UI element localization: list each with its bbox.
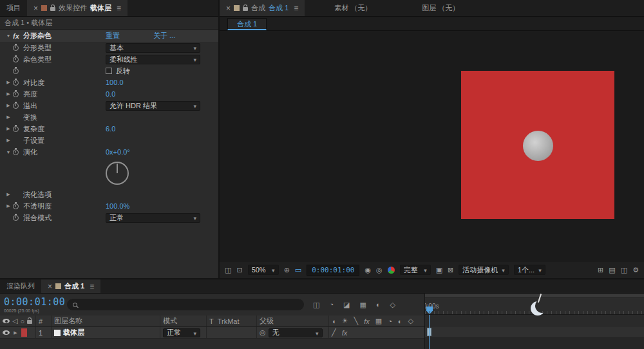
stopwatch-icon[interactable] <box>13 91 19 97</box>
layer-name[interactable]: 载体层 <box>63 328 84 337</box>
twirl-closed-icon[interactable]: ▶ <box>4 91 13 97</box>
fx-icon[interactable]: fx <box>13 32 23 40</box>
fx-switch-icon[interactable]: fx <box>342 329 348 337</box>
twirl-closed-icon[interactable]: ▶ <box>4 138 13 143</box>
twirl-open-icon[interactable]: ▼ <box>4 150 13 155</box>
tab-render-queue[interactable]: 渲染队列 <box>0 279 41 293</box>
twirl-closed-icon[interactable]: ▶ <box>4 192 13 197</box>
motion-blur-icon[interactable]: ◔ <box>388 317 392 325</box>
resolution-dropdown[interactable]: 完整 <box>400 265 431 275</box>
graph-editor-icon[interactable]: ◇ <box>390 301 395 309</box>
lock-icon[interactable] <box>243 7 248 11</box>
frame-blend-icon[interactable]: ▦ <box>359 301 366 309</box>
tab-layer-viewer[interactable]: 图层 （无） <box>415 0 466 16</box>
current-time-display[interactable]: 0:00:01:00 <box>4 296 61 308</box>
brightness-value[interactable]: 0.0 <box>106 90 115 98</box>
adjustment-layer-icon[interactable]: ◐ <box>398 317 402 325</box>
evolution-value[interactable]: 0x+0.0° <box>106 148 130 156</box>
twirl-closed-icon[interactable]: ▶ <box>4 103 13 108</box>
collapse-icon[interactable]: ☀ <box>342 317 348 325</box>
composition-mini-flowchart-icon[interactable]: ◫ <box>313 301 319 309</box>
fractal-type-dropdown[interactable]: 基本 <box>106 43 200 53</box>
reset-link[interactable]: 重置 <box>106 31 120 41</box>
tab-project[interactable]: 项目 <box>0 0 27 16</box>
stopwatch-icon[interactable] <box>13 203 19 209</box>
group-row-transform[interactable]: ▶ 变换 <box>0 111 218 123</box>
lock-icon[interactable] <box>50 7 55 11</box>
layer-number-header[interactable]: # <box>36 316 52 326</box>
group-row-evolution-options[interactable]: ▶ 演化选项 <box>0 189 218 200</box>
viewer-timecode[interactable]: 0:00:01:00 <box>307 265 359 276</box>
stopwatch-icon[interactable] <box>13 126 19 132</box>
stopwatch-icon[interactable] <box>13 80 19 86</box>
mode-dropdown[interactable]: 正常 <box>163 328 200 337</box>
opacity-value[interactable]: 100.0% <box>106 202 129 210</box>
frame-blend-icon[interactable]: ▦ <box>375 317 382 325</box>
parent-dropdown[interactable]: 无 <box>269 328 323 337</box>
twirl-closed-icon[interactable]: ▶ <box>4 203 13 209</box>
solo-icon[interactable]: ○ <box>20 317 24 325</box>
lock-icon[interactable] <box>27 320 32 324</box>
current-time-block[interactable]: 0:00:01:00 00025 (25.00 fps) <box>4 296 61 313</box>
ruler-icon[interactable]: ▤ <box>609 266 615 274</box>
zoom-dropdown[interactable]: 50% <box>248 265 279 275</box>
blend-mode-dropdown[interactable]: 正常 <box>106 213 200 223</box>
magnifier-icon[interactable]: ⊕ <box>284 266 290 274</box>
camera-dropdown[interactable]: 活动摄像机 <box>459 265 509 275</box>
parent-header[interactable]: 父级 <box>257 316 329 326</box>
group-row-sub-settings[interactable]: ▶ 子设置 <box>0 135 218 146</box>
playhead-line[interactable] <box>429 315 430 349</box>
contrast-value[interactable]: 100.0 <box>106 79 124 86</box>
layer-row[interactable]: ▶ 1 载体层 正常 <box>0 327 424 339</box>
show-snapshot-icon[interactable]: ◎ <box>376 266 383 274</box>
layer-color-swatch[interactable] <box>21 328 27 337</box>
twirl-open-icon[interactable]: ▼ <box>4 33 13 38</box>
twirl-closed-icon[interactable]: ▶ <box>4 80 13 85</box>
always-preview-icon[interactable]: ◫ <box>225 266 231 274</box>
twirl-closed-icon[interactable]: ▶ <box>4 115 13 120</box>
region-of-interest-icon[interactable]: ▭ <box>295 266 301 274</box>
invert-checkbox[interactable] <box>106 68 112 74</box>
target-region-icon[interactable]: ▣ <box>436 266 442 274</box>
twirl-closed-icon[interactable]: ▶ <box>4 126 13 131</box>
grid-guides-icon[interactable]: ⊞ <box>598 266 603 274</box>
hide-shy-icon[interactable]: ◪ <box>343 301 350 309</box>
tab-effect-controls[interactable]: × 效果控件 载体层 ≡ <box>27 0 128 16</box>
viewer-tab-comp1[interactable]: 合成 1 <box>227 18 267 30</box>
timeline-track-area[interactable]: 0:00s <box>425 294 644 349</box>
tab-footage[interactable]: 素材 （无） <box>328 0 378 16</box>
panel-menu-icon[interactable]: ≡ <box>117 4 121 13</box>
evolution-dial[interactable] <box>106 162 129 185</box>
threed-layer-icon[interactable]: ◇ <box>408 317 413 325</box>
transparency-grid-icon[interactable]: ⊠ <box>448 266 453 274</box>
tab-composition[interactable]: × 合成 合成 1 ≡ <box>220 0 305 16</box>
stopwatch-icon[interactable] <box>13 68 19 74</box>
playhead-handle[interactable] <box>426 307 433 314</box>
primary-viewer-icon[interactable]: ⊡ <box>236 266 242 274</box>
preview-panel-icon[interactable]: ◫ <box>621 266 627 274</box>
effect-header-row[interactable]: ▼ fx 分形杂色 重置 关于 ... <box>0 30 218 42</box>
stopwatch-icon[interactable] <box>13 215 19 221</box>
draft-3d-icon[interactable]: ◔ <box>329 301 334 309</box>
stopwatch-icon[interactable] <box>13 45 19 51</box>
view-layout-dropdown[interactable]: 1个... <box>514 265 545 275</box>
trkmat-header[interactable]: T TrkMat <box>207 316 257 326</box>
stopwatch-icon[interactable] <box>13 149 19 155</box>
panel-menu-icon[interactable]: ≡ <box>294 4 298 13</box>
twirl-closed-icon[interactable]: ▶ <box>12 330 19 335</box>
show-channel-icon[interactable] <box>388 267 395 274</box>
complexity-value[interactable]: 6.0 <box>106 125 115 133</box>
moon-image[interactable] <box>523 131 553 161</box>
panel-menu-icon[interactable]: ≡ <box>90 282 94 291</box>
quality-icon[interactable]: ╲ <box>354 317 359 325</box>
motion-blur-icon[interactable]: ◐ <box>376 301 381 309</box>
noise-type-dropdown[interactable]: 柔和线性 <box>106 55 200 64</box>
about-link[interactable]: 关于 ... <box>153 31 175 41</box>
comp-canvas[interactable] <box>461 71 614 219</box>
layer-track-row[interactable] <box>425 326 644 338</box>
eye-icon[interactable] <box>3 330 10 335</box>
layer-trkmat-cell[interactable] <box>207 327 257 338</box>
eye-icon[interactable] <box>3 319 10 323</box>
search-input[interactable] <box>67 299 304 310</box>
close-icon[interactable]: × <box>48 283 52 290</box>
